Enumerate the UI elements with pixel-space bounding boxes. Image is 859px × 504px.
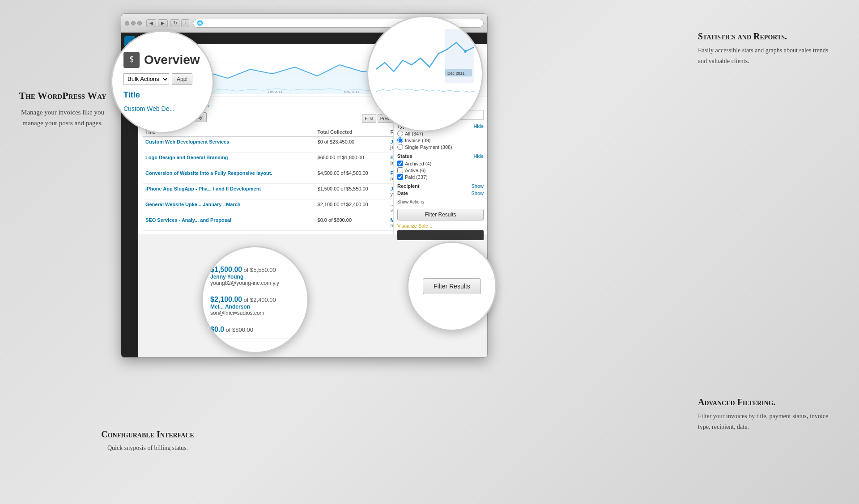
filter-status-section: Status Hide — [397, 153, 484, 159]
invoice-title-link[interactable]: General Website Upke... January - March — [145, 202, 241, 207]
invoice-amount-cell: $4,500.00 of $4,500.00 — [315, 168, 388, 184]
overview-label: Overview — [144, 53, 200, 67]
bottom-right-text-block: Advanced Filtering. Filter your invoices… — [698, 397, 832, 432]
forward-button[interactable]: ▶ — [158, 19, 168, 27]
back-button[interactable]: ◀ — [146, 19, 156, 27]
filter-recipient-row: Recipient Show — [397, 183, 484, 190]
filter-all-row[interactable]: All (347) — [397, 131, 484, 136]
apply-circle-btn[interactable]: Appl — [172, 73, 192, 85]
config-email-1: young82@young-inc.com y.y — [210, 280, 279, 286]
invoice-amount-cell: $2,100.00 of $2,400.00 — [315, 199, 388, 215]
filter-recipient-show[interactable]: Show — [471, 183, 484, 190]
top-right-title: Statistics and Reports. — [698, 31, 832, 42]
config-of-1: of $5,550.00 — [244, 267, 276, 273]
dollar-icon: $ — [123, 52, 140, 68]
filter-paid-cb[interactable] — [397, 174, 403, 180]
refresh-button[interactable]: ↻ — [170, 19, 179, 27]
invoice-title-cell: Conversion of Website into a Fully Respo… — [143, 168, 315, 184]
top-right-description: Easily accessible stats and graphs about… — [698, 45, 832, 67]
invoice-amount-cell: $650.00 of $1,800.00 — [315, 152, 388, 168]
filter-date-show[interactable]: Show — [471, 191, 484, 197]
filter-active-row[interactable]: Active (6) — [397, 167, 484, 173]
overview-row: $ Overview — [123, 52, 200, 68]
left-text-block: The WordPress Way Manage your invoices l… — [13, 89, 112, 128]
filter-results-circle-button[interactable]: Filter Results — [423, 278, 481, 294]
col-total: Total Collected — [315, 127, 388, 137]
stats-circle-svg: Dec 2011 20 — [376, 29, 474, 101]
invoice-title-cell: General Website Upke... January - March — [143, 199, 315, 215]
left-title: The WordPress Way — [13, 89, 112, 102]
filter-status-label: Status — [397, 153, 412, 159]
invoice-amount-cell: $1,500.00 of $5,550.00 — [315, 184, 388, 199]
first-page-btn[interactable]: First — [362, 114, 376, 123]
bulk-circle-inner: $ Overview Bulk Actions Appl Title Custo… — [123, 52, 200, 112]
invoice-title-link[interactable]: Conversion of Website into a Fully Respo… — [145, 170, 272, 176]
bottom-left-title: Configurable Interface — [81, 429, 215, 440]
circle-stats: Dec 2011 20 — [367, 16, 483, 132]
invoice-title-cell: iPhone App SlugApp - Pha... I and II Dev… — [143, 184, 315, 199]
filter-paid-row[interactable]: Paid (337) — [397, 174, 484, 180]
bottom-right-title: Advanced Filtering. — [698, 397, 832, 407]
filter-single-row[interactable]: Single Payment (308) — [397, 144, 484, 150]
filter-invoice-row[interactable]: Invoice (39) — [397, 137, 484, 143]
config-row-2: $2,100.00 of $2,400.00 Mel... Anderson s… — [210, 291, 300, 321]
filter-all-radio[interactable] — [397, 131, 403, 136]
invoice-title-link[interactable]: Logo Design and General Branding — [145, 155, 228, 160]
config-amount-1: $1,500.00 — [210, 266, 242, 273]
invoice-amount-cell: $0.0 of $800.00 — [315, 215, 388, 231]
new-tab-button[interactable]: + — [181, 19, 189, 27]
top-right-text-block: Statistics and Reports. Easily accessibl… — [698, 31, 832, 67]
circle-configurable: $1,500.00 of $5,550.00 Jenny Young young… — [201, 246, 309, 353]
filter-active-cb[interactable] — [397, 167, 403, 173]
filter-active-label: Active (6) — [405, 168, 425, 173]
config-circle-inner: $1,500.00 of $5,550.00 Jenny Young young… — [210, 261, 300, 339]
filter-recipient-label: Recipient — [397, 183, 420, 189]
show-actions-row: Show Actions — [397, 199, 484, 204]
filter-type-hide[interactable]: Hide — [473, 123, 484, 129]
config-of-3: of $800.00 — [225, 326, 253, 333]
svg-text:Oct 2011: Oct 2011 — [268, 90, 283, 94]
filter-archived-label: Archived (4) — [405, 161, 431, 166]
filter-single-radio[interactable] — [397, 144, 403, 150]
custom-web-circle: Custom Web De... — [123, 105, 200, 112]
config-of-2: of $2,400.00 — [244, 296, 276, 303]
show-actions-label: Show Actions — [397, 199, 424, 204]
config-amount-3: $0.0 — [210, 326, 224, 333]
filter-results-button[interactable]: Filter Results — [397, 209, 484, 220]
filter-date-label: Date — [397, 191, 408, 196]
filter-single-label: Single Payment (308) — [405, 144, 452, 150]
filter-archived-cb[interactable] — [397, 161, 403, 166]
invoice-title-cell: SEO Services - Analy... and Proposal — [143, 215, 315, 231]
invoice-title-link[interactable]: Custom Web Development Services — [145, 139, 229, 144]
filter-status-group: Archived (4) Active (6) Paid (337) — [397, 161, 484, 180]
filter-status-hide[interactable]: Hide — [473, 153, 484, 159]
bottom-left-description: Quick snyposis of billing status. — [81, 443, 215, 453]
invoice-title-link[interactable]: iPhone App SlugApp - Pha... I and II Dev… — [145, 186, 261, 191]
visualize-link[interactable]: Visualize Sale... — [397, 223, 484, 229]
dot-2 — [131, 21, 136, 25]
left-description: Manage your invoices like you manage you… — [13, 107, 112, 128]
filter-invoice-radio[interactable] — [397, 137, 403, 143]
title-circle-link[interactable]: Title — [123, 90, 200, 100]
dark-bar — [397, 230, 484, 240]
bottom-right-description: Filter your invoices by title, payment s… — [698, 411, 832, 432]
svg-text:20: 20 — [468, 31, 472, 35]
config-recipient-1: Jenny Young — [210, 274, 243, 280]
circle-bulk-actions: $ Overview Bulk Actions Appl Title Custo… — [111, 30, 214, 133]
bulk-actions-circle-select[interactable]: Bulk Actions — [123, 73, 169, 85]
svg-text:Dec 2011: Dec 2011 — [447, 71, 465, 76]
dot-3 — [137, 21, 142, 25]
config-email-2: son@lmci=sudios.com — [210, 310, 264, 316]
config-row-3: $0.0 of $800.00 — [210, 321, 300, 339]
invoice-title-link[interactable]: SEO Services - Analy... and Proposal — [145, 217, 231, 223]
invoice-title-cell: Logo Design and General Branding — [143, 152, 315, 168]
invoice-title-cell: Custom Web Development Services — [143, 137, 315, 152]
filter-paid-label: Paid (337) — [405, 174, 428, 180]
bottom-left-text-block: Configurable Interface Quick snyposis of… — [81, 429, 215, 453]
filter-archived-row[interactable]: Archived (4) — [397, 161, 484, 166]
config-row-1: $1,500.00 of $5,550.00 Jenny Young young… — [210, 261, 300, 291]
circle-filter-results: Filter Results — [407, 241, 497, 331]
stats-circle-inner: Dec 2011 20 — [376, 29, 474, 119]
dot-1 — [125, 21, 129, 25]
bulk-actions-circle-row: Bulk Actions Appl — [123, 73, 200, 85]
